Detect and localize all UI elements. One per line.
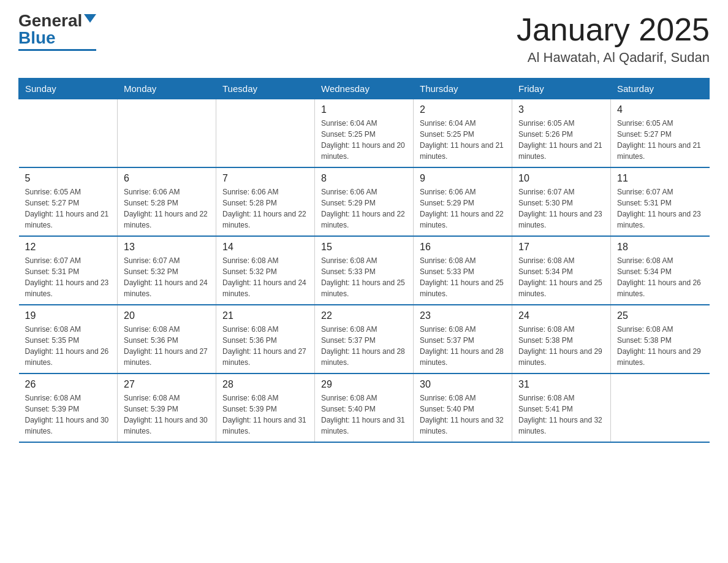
day-info: Sunrise: 6:08 AM Sunset: 5:40 PM Dayligh… bbox=[420, 393, 506, 437]
day-info: Sunrise: 6:08 AM Sunset: 5:33 PM Dayligh… bbox=[321, 255, 407, 299]
calendar-cell: 8Sunrise: 6:06 AM Sunset: 5:29 PM Daylig… bbox=[315, 167, 414, 236]
day-info: Sunrise: 6:08 AM Sunset: 5:34 PM Dayligh… bbox=[518, 255, 604, 299]
calendar-cell: 9Sunrise: 6:06 AM Sunset: 5:29 PM Daylig… bbox=[414, 167, 512, 236]
day-header-sunday: Sunday bbox=[19, 79, 118, 99]
day-number: 4 bbox=[617, 104, 703, 115]
calendar-cell: 3Sunrise: 6:05 AM Sunset: 5:26 PM Daylig… bbox=[512, 99, 611, 168]
day-info: Sunrise: 6:07 AM Sunset: 5:31 PM Dayligh… bbox=[617, 186, 703, 231]
calendar-cell: 31Sunrise: 6:08 AM Sunset: 5:41 PM Dayli… bbox=[512, 373, 611, 442]
calendar-cell: 10Sunrise: 6:07 AM Sunset: 5:30 PM Dayli… bbox=[512, 167, 611, 236]
day-number: 24 bbox=[518, 310, 604, 321]
day-info: Sunrise: 6:08 AM Sunset: 5:39 PM Dayligh… bbox=[124, 393, 210, 437]
calendar-cell: 22Sunrise: 6:08 AM Sunset: 5:37 PM Dayli… bbox=[315, 305, 414, 373]
calendar-week-row: 19Sunrise: 6:08 AM Sunset: 5:35 PM Dayli… bbox=[19, 305, 710, 373]
day-number: 31 bbox=[518, 379, 604, 390]
day-info: Sunrise: 6:08 AM Sunset: 5:35 PM Dayligh… bbox=[25, 324, 112, 368]
day-number: 18 bbox=[617, 242, 703, 253]
day-info: Sunrise: 6:08 AM Sunset: 5:32 PM Dayligh… bbox=[222, 255, 308, 299]
calendar-cell: 25Sunrise: 6:08 AM Sunset: 5:38 PM Dayli… bbox=[611, 305, 710, 373]
day-number: 28 bbox=[222, 379, 308, 390]
day-number: 3 bbox=[518, 104, 604, 115]
day-info: Sunrise: 6:07 AM Sunset: 5:32 PM Dayligh… bbox=[124, 255, 210, 299]
calendar-cell bbox=[19, 99, 118, 168]
calendar-cell: 16Sunrise: 6:08 AM Sunset: 5:33 PM Dayli… bbox=[414, 236, 512, 305]
logo: General Blue bbox=[18, 12, 96, 51]
day-header-friday: Friday bbox=[512, 79, 611, 99]
day-header-saturday: Saturday bbox=[611, 79, 710, 99]
calendar-cell: 4Sunrise: 6:05 AM Sunset: 5:27 PM Daylig… bbox=[611, 99, 710, 168]
calendar-cell: 27Sunrise: 6:08 AM Sunset: 5:39 PM Dayli… bbox=[118, 373, 216, 442]
calendar-cell: 14Sunrise: 6:08 AM Sunset: 5:32 PM Dayli… bbox=[216, 236, 315, 305]
day-info: Sunrise: 6:08 AM Sunset: 5:41 PM Dayligh… bbox=[518, 393, 604, 437]
day-info: Sunrise: 6:08 AM Sunset: 5:34 PM Dayligh… bbox=[617, 255, 703, 299]
day-info: Sunrise: 6:05 AM Sunset: 5:27 PM Dayligh… bbox=[617, 118, 703, 162]
page-header: General Blue January 2025 Al Hawatah, Al… bbox=[18, 12, 710, 66]
logo-underline bbox=[18, 49, 96, 51]
day-info: Sunrise: 6:08 AM Sunset: 5:33 PM Dayligh… bbox=[420, 255, 506, 299]
day-number: 26 bbox=[25, 379, 112, 390]
page-subtitle: Al Hawatah, Al Qadarif, Sudan bbox=[517, 50, 710, 66]
day-number: 1 bbox=[321, 104, 407, 115]
calendar-cell: 30Sunrise: 6:08 AM Sunset: 5:40 PM Dayli… bbox=[414, 373, 512, 442]
day-header-wednesday: Wednesday bbox=[315, 79, 414, 99]
day-number: 2 bbox=[420, 104, 506, 115]
day-number: 8 bbox=[321, 173, 407, 184]
day-info: Sunrise: 6:05 AM Sunset: 5:26 PM Dayligh… bbox=[518, 118, 604, 162]
calendar-cell: 20Sunrise: 6:08 AM Sunset: 5:36 PM Dayli… bbox=[118, 305, 216, 373]
day-number: 30 bbox=[420, 379, 506, 390]
calendar-header-row: SundayMondayTuesdayWednesdayThursdayFrid… bbox=[19, 79, 710, 99]
day-number: 21 bbox=[222, 310, 308, 321]
day-header-thursday: Thursday bbox=[414, 79, 512, 99]
day-info: Sunrise: 6:04 AM Sunset: 5:25 PM Dayligh… bbox=[420, 118, 506, 162]
calendar-cell: 2Sunrise: 6:04 AM Sunset: 5:25 PM Daylig… bbox=[414, 99, 512, 168]
day-number: 19 bbox=[25, 310, 112, 321]
calendar-cell bbox=[118, 99, 216, 168]
day-info: Sunrise: 6:08 AM Sunset: 5:39 PM Dayligh… bbox=[25, 393, 112, 437]
day-number: 25 bbox=[617, 310, 703, 321]
calendar-week-row: 1Sunrise: 6:04 AM Sunset: 5:25 PM Daylig… bbox=[19, 99, 710, 168]
day-info: Sunrise: 6:06 AM Sunset: 5:28 PM Dayligh… bbox=[222, 186, 308, 231]
calendar-cell: 28Sunrise: 6:08 AM Sunset: 5:39 PM Dayli… bbox=[216, 373, 315, 442]
day-number: 15 bbox=[321, 242, 407, 253]
day-number: 27 bbox=[124, 379, 210, 390]
logo-triangle-icon bbox=[84, 14, 96, 23]
day-info: Sunrise: 6:04 AM Sunset: 5:25 PM Dayligh… bbox=[321, 118, 407, 162]
day-number: 16 bbox=[420, 242, 506, 253]
title-area: January 2025 Al Hawatah, Al Qadarif, Sud… bbox=[517, 12, 710, 66]
calendar-cell: 26Sunrise: 6:08 AM Sunset: 5:39 PM Dayli… bbox=[19, 373, 118, 442]
day-header-tuesday: Tuesday bbox=[216, 79, 315, 99]
day-number: 7 bbox=[222, 173, 308, 184]
calendar-table: SundayMondayTuesdayWednesdayThursdayFrid… bbox=[18, 78, 710, 443]
day-info: Sunrise: 6:08 AM Sunset: 5:40 PM Dayligh… bbox=[321, 393, 407, 437]
logo-general-text: General bbox=[18, 12, 82, 29]
calendar-cell: 15Sunrise: 6:08 AM Sunset: 5:33 PM Dayli… bbox=[315, 236, 414, 305]
day-info: Sunrise: 6:06 AM Sunset: 5:28 PM Dayligh… bbox=[124, 186, 210, 231]
day-info: Sunrise: 6:06 AM Sunset: 5:29 PM Dayligh… bbox=[321, 186, 407, 231]
calendar-cell: 17Sunrise: 6:08 AM Sunset: 5:34 PM Dayli… bbox=[512, 236, 611, 305]
day-number: 5 bbox=[25, 173, 112, 184]
calendar-week-row: 5Sunrise: 6:05 AM Sunset: 5:27 PM Daylig… bbox=[19, 167, 710, 236]
calendar-cell: 19Sunrise: 6:08 AM Sunset: 5:35 PM Dayli… bbox=[19, 305, 118, 373]
day-number: 13 bbox=[124, 242, 210, 253]
day-info: Sunrise: 6:06 AM Sunset: 5:29 PM Dayligh… bbox=[420, 186, 506, 231]
calendar-cell: 18Sunrise: 6:08 AM Sunset: 5:34 PM Dayli… bbox=[611, 236, 710, 305]
day-info: Sunrise: 6:08 AM Sunset: 5:38 PM Dayligh… bbox=[518, 324, 604, 368]
day-number: 29 bbox=[321, 379, 407, 390]
calendar-week-row: 12Sunrise: 6:07 AM Sunset: 5:31 PM Dayli… bbox=[19, 236, 710, 305]
day-number: 11 bbox=[617, 173, 703, 184]
day-info: Sunrise: 6:07 AM Sunset: 5:30 PM Dayligh… bbox=[518, 186, 604, 231]
calendar-cell: 5Sunrise: 6:05 AM Sunset: 5:27 PM Daylig… bbox=[19, 167, 118, 236]
day-info: Sunrise: 6:08 AM Sunset: 5:37 PM Dayligh… bbox=[321, 324, 407, 368]
day-header-monday: Monday bbox=[118, 79, 216, 99]
day-number: 6 bbox=[124, 173, 210, 184]
day-info: Sunrise: 6:08 AM Sunset: 5:37 PM Dayligh… bbox=[420, 324, 506, 368]
day-number: 17 bbox=[518, 242, 604, 253]
page-title: January 2025 bbox=[517, 12, 710, 47]
calendar-cell: 23Sunrise: 6:08 AM Sunset: 5:37 PM Dayli… bbox=[414, 305, 512, 373]
calendar-cell bbox=[216, 99, 315, 168]
day-number: 12 bbox=[25, 242, 112, 253]
calendar-cell: 21Sunrise: 6:08 AM Sunset: 5:36 PM Dayli… bbox=[216, 305, 315, 373]
logo-blue-text: Blue bbox=[18, 29, 56, 47]
day-info: Sunrise: 6:08 AM Sunset: 5:36 PM Dayligh… bbox=[222, 324, 308, 368]
calendar-cell: 6Sunrise: 6:06 AM Sunset: 5:28 PM Daylig… bbox=[118, 167, 216, 236]
